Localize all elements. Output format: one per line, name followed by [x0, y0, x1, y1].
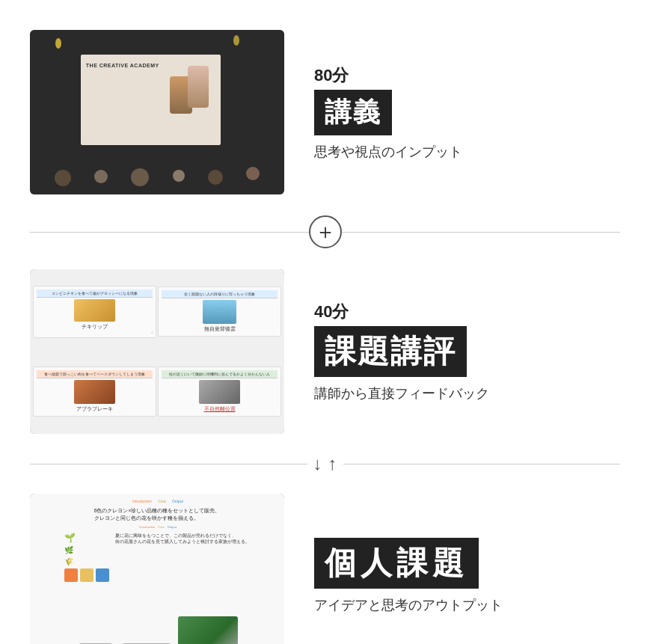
kadai-title: 課題講評: [314, 326, 467, 377]
cell2-header: 全く面識ない人の目端りに写っちゃう現象: [162, 290, 278, 298]
kadai-info: 40分 課題講評 講師から直接フィードバック: [314, 301, 620, 402]
kadai-cell-1: コンビニチキンを食べて歯がグロッシーになる現象 チキリップ ♪: [33, 286, 156, 338]
personal-image: Introduction Core Output 6色のクレヨン×珍しい品種の種…: [30, 494, 284, 644]
section-kougi: THE CREATIVE ACADEMY 80分 講義 思考や視点のインプット: [30, 15, 620, 209]
cell1-name: チキリップ: [82, 323, 108, 331]
personal-content: 🌱 🌿 🌾 夏に花に興味をもつことで、この製品が売れるだけでなく、 街の花屋さん…: [64, 533, 250, 614]
section-personal: Introduction Core Output 6色のクレヨン×珍しい品種の種…: [30, 479, 620, 644]
kadai-time: 40分: [314, 301, 620, 323]
cell4-name: 不自然離位置: [204, 405, 236, 413]
arrows-divider: ↓ ↑: [30, 449, 620, 479]
personal-text-2: 夏に花に興味をもつことで、この製品が売れるだけでなく、 街の花屋さんの花を見て購…: [115, 533, 250, 614]
section-kadai: コンビニチキンを食べて歯がグロッシーになる現象 チキリップ ♪ 全く面識ない人の…: [30, 254, 620, 449]
personal-text-1: 6色のクレヨン×珍しい品種の種をセットとして販売。 クレヨンと同じ色の花を咲かす…: [94, 507, 220, 522]
color-boxes-row: [64, 568, 109, 582]
cell3-header: 食べ放題で節っこい肉を食べてペースダウンしてしまう現象: [37, 370, 153, 378]
arrow-up-icon: ↑: [328, 455, 337, 473]
personal-subtitle: アイデアと思考のアウトプット: [314, 596, 620, 614]
screen-text: THE CREATIVE ACADEMY: [86, 63, 159, 68]
kadai-subtitle: 講師から直接フィードバック: [314, 384, 620, 402]
plus-divider: ＋: [30, 209, 620, 254]
cell2-name: 無自覚背後霊: [204, 325, 236, 333]
personal-title: 個人課題: [314, 538, 479, 589]
kougi-time: 80分: [314, 64, 620, 87]
cell3-name: アブラブレーキ: [76, 405, 113, 413]
garden-image: [178, 616, 238, 644]
arrows-container: ↓ ↑: [307, 455, 343, 473]
kougi-title: 講義: [314, 90, 392, 135]
arrow-down-icon: ↓: [313, 455, 322, 473]
color-icons: 🌱 🌿 🌾: [64, 533, 109, 614]
lecture-image: THE CREATIVE ACADEMY: [30, 30, 284, 194]
kadai-cell-4: 柱の近くにいて微妙に待機列に並んでるかよく分かんない人 不自然離位置: [158, 367, 281, 417]
kougi-info: 80分 講義 思考や視点のインプット: [314, 64, 620, 161]
personal-bottom: お花屋がすごい！ じゃあ家で一緒に咲かそう: [76, 616, 238, 644]
kadai-image: コンビニチキンを食べて歯がグロッシーになる現象 チキリップ ♪ 全く面識ない人の…: [30, 269, 284, 434]
kadai-cell-3: 食べ放題で節っこい肉を食べてペースダウンしてしまう現象 アブラブレーキ: [33, 367, 156, 417]
plus-icon: ＋: [309, 215, 342, 248]
personal-info: 個人課題 アイデアと思考のアウトプット: [314, 538, 620, 614]
kadai-cell-2: 全く面識ない人の目端りに写っちゃう現象 無自覚背後霊: [158, 286, 281, 337]
cell4-header: 柱の近くにいて微妙に待機列に並んでるかよく分かんない人: [162, 370, 278, 378]
kougi-subtitle: 思考や視点のインプット: [314, 143, 620, 161]
progress-bars: Introduction Core Output: [129, 498, 185, 504]
cell1-header: コンビニチキンを食べて歯がグロッシーになる現象: [37, 289, 153, 298]
